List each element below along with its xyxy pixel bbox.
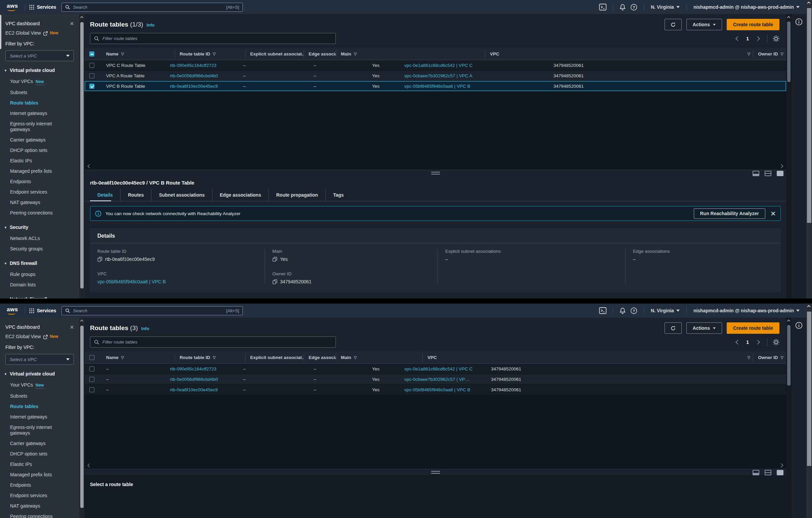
column-header[interactable]: Name ▽ [102, 354, 175, 361]
info-link[interactable]: Info [146, 23, 154, 28]
sidebar-item[interactable]: Peering connections [0, 511, 79, 518]
current-page[interactable]: 1 [746, 339, 749, 345]
sidebar-item[interactable]: Managed prefix lists [0, 470, 79, 480]
sidebar-item[interactable]: Egress-only internet gateways [0, 119, 79, 135]
next-page-icon[interactable] [754, 338, 762, 346]
vpc-link[interactable]: vpc-0e1a861c68cd6c542 | VPC C [404, 366, 484, 372]
close-icon[interactable] [70, 325, 74, 329]
tab[interactable]: Route propagation [268, 189, 325, 201]
sidebar-item[interactable]: Route tables [0, 401, 79, 412]
previous-page-icon[interactable] [733, 35, 741, 43]
route-table-id-link[interactable]: rtb-0ea6f10ec00e45ec9 [170, 387, 236, 392]
scroll-up-icon[interactable] [80, 16, 84, 20]
sort-icon[interactable]: ▽ [748, 355, 750, 360]
notifications-bell-icon[interactable] [617, 2, 628, 12]
run-reachability-analyzer-button[interactable]: Run Reachability Analyzer [694, 209, 765, 219]
sidebar-item[interactable]: Carrier gateways [0, 135, 79, 145]
sidebar-item[interactable]: Endpoints [0, 176, 79, 187]
cloudshell-icon[interactable] [597, 2, 609, 12]
vpc-link[interactable]: vpc-05bf8465f948c0aa6 | VPC B [404, 387, 484, 392]
create-route-table-button[interactable]: Create route table [727, 19, 779, 30]
scrollbar-thumb[interactable] [80, 22, 84, 289]
layout-full-panel-icon[interactable] [777, 171, 783, 176]
scroll-left-icon[interactable] [87, 463, 92, 468]
sidebar-item[interactable]: ▼ Network Firewall [0, 294, 79, 299]
tab[interactable]: Routes [120, 189, 151, 201]
select-all-checkbox[interactable] [89, 51, 94, 56]
table-scrollbar[interactable] [786, 14, 791, 299]
copy-icon[interactable] [97, 257, 103, 262]
vpc-link[interactable]: vpc-0cbaee7b302962c57 | VP… [404, 377, 484, 382]
row-checkbox[interactable] [89, 63, 94, 68]
next-page-icon[interactable] [754, 35, 762, 43]
row-checkbox[interactable] [89, 387, 94, 392]
cloudshell-icon[interactable] [597, 305, 609, 316]
sort-icon[interactable]: ▽ [354, 52, 357, 56]
preferences-gear-icon[interactable] [773, 339, 779, 346]
tab[interactable]: Subnet associations [151, 189, 212, 201]
route-table-id-link[interactable]: rtb-090e95c164cff2723 [170, 63, 236, 68]
sidebar-item[interactable]: ▼ DNS firewall [0, 258, 79, 269]
sort-icon[interactable]: ▽ [121, 355, 124, 360]
layout-bottom-panel-icon[interactable] [753, 470, 759, 475]
sidebar-item[interactable]: NAT gateways [0, 197, 79, 208]
split-panel-divider[interactable] [85, 469, 786, 475]
close-icon[interactable] [70, 21, 74, 26]
create-route-table-button[interactable]: Create route table [727, 322, 779, 334]
sidebar-item[interactable]: Domain lists [0, 280, 79, 290]
sidebar-item[interactable]: Your VPCs New [0, 380, 79, 391]
sidebar-item[interactable]: Network ACLs [0, 233, 79, 244]
route-table-id-link[interactable]: rtb-090e95c164cff2723 [170, 366, 236, 372]
horizontal-scrollbar[interactable] [85, 462, 786, 469]
services-menu-button[interactable]: Services [29, 308, 56, 313]
route-table-id-link[interactable]: rtb-0e0056df966cbd4b0 [170, 73, 236, 78]
table-row[interactable]: – rtb-0e0056df966cbd4b0 – – Yes vpc-0cba… [85, 374, 786, 385]
copy-icon[interactable] [272, 257, 278, 262]
sidebar-item[interactable]: Your VPCs New [0, 76, 79, 87]
sort-icon[interactable]: ▽ [781, 52, 783, 56]
sort-icon[interactable]: ▽ [354, 355, 357, 360]
sidebar-item[interactable]: ▼ Virtual private cloud [0, 65, 79, 76]
scroll-up-icon[interactable] [807, 305, 811, 308]
row-checkbox[interactable] [89, 377, 94, 382]
notifications-bell-icon[interactable] [617, 305, 628, 316]
column-header[interactable]: Edge associations [303, 50, 336, 58]
sidebar-item[interactable]: Subnets [0, 87, 79, 98]
sidebar-item[interactable]: Rule groups [0, 269, 79, 280]
select-all-checkbox[interactable] [89, 355, 94, 360]
copy-icon[interactable] [272, 279, 278, 284]
table-row[interactable]: VPC A Route Table rtb-0e0056df966cbd4b0 … [85, 71, 786, 81]
column-header[interactable]: Edge associations [303, 354, 336, 361]
sort-icon[interactable]: ▽ [121, 52, 124, 56]
drag-handle-icon[interactable] [431, 471, 440, 474]
sort-icon[interactable]: ▽ [748, 52, 750, 56]
scrollbar-thumb[interactable] [807, 8, 811, 223]
info-link[interactable]: Info [141, 326, 149, 331]
sidebar-item[interactable]: ▼ Virtual private cloud [0, 369, 79, 380]
scrollbar-thumb[interactable] [80, 326, 84, 508]
scroll-up-icon[interactable] [80, 320, 84, 323]
column-header[interactable]: Name ▽ [102, 50, 175, 58]
drag-handle-icon[interactable] [431, 172, 440, 174]
column-header[interactable]: VPC ▽ [485, 50, 753, 58]
page-scrollbar[interactable] [806, 303, 812, 518]
info-panel-icon[interactable] [795, 322, 803, 518]
row-checkbox[interactable] [89, 366, 94, 372]
column-header[interactable]: VPC ▽ [423, 354, 753, 361]
vpc-link[interactable]: vpc-0cbaee7b302962c57 | VPC A [404, 73, 546, 78]
refresh-button[interactable] [665, 19, 682, 30]
region-selector[interactable]: N. Virginia [648, 308, 683, 313]
table-row[interactable]: VPC C Route Table rtb-090e95c164cff2723 … [85, 60, 786, 71]
table-row[interactable]: – rtb-0ea6f10ec00e45ec9 – – Yes vpc-05bf… [85, 385, 786, 395]
layout-split-panel-icon[interactable] [765, 470, 772, 475]
column-header[interactable]: Owner ID ▽ [753, 50, 786, 58]
preferences-gear-icon[interactable] [773, 35, 779, 42]
scrollbar-thumb[interactable] [787, 325, 790, 386]
sidebar-item[interactable]: Endpoints [0, 480, 79, 490]
horizontal-scrollbar[interactable] [85, 162, 786, 170]
sidebar-item[interactable]: Subnets [0, 391, 79, 401]
global-search-input[interactable]: Search [Alt+S] [61, 3, 243, 12]
sidebar-item[interactable]: Endpoint services [0, 490, 79, 501]
vpc-link[interactable]: vpc-05bf8465f948c0aa6 | VPC B [97, 279, 166, 284]
refresh-button[interactable] [665, 322, 682, 334]
